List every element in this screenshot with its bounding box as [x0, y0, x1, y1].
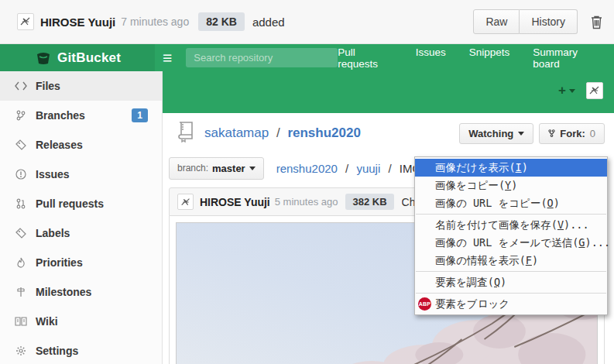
commit-time: 5 minutes ago	[275, 196, 338, 208]
file-size-badge: 82 KB	[198, 12, 245, 31]
breadcrumb-separator: /	[388, 162, 391, 175]
nav-snippets[interactable]: Snippets	[469, 46, 510, 70]
add-dropdown-button[interactable]: +	[558, 83, 575, 98]
repo-title: sakatamap / renshu2020	[204, 125, 361, 141]
branches-count-badge: 1	[132, 108, 148, 122]
branch-icon	[14, 110, 28, 121]
trash-icon	[590, 15, 603, 29]
sidebar-label: Milestones	[36, 286, 91, 298]
code-icon	[14, 81, 28, 91]
watching-dropdown[interactable]: Watching	[459, 123, 533, 144]
milestone-icon	[14, 287, 28, 297]
branch-name: master	[212, 163, 245, 174]
commit-message: added	[252, 15, 285, 29]
fork-button[interactable]: Fork: 0	[539, 123, 605, 144]
flame-icon	[14, 257, 28, 268]
repo-separator: /	[276, 125, 280, 140]
caret-down-icon	[569, 89, 575, 93]
fork-icon	[548, 129, 555, 138]
brand-block[interactable]: GitBucket	[0, 44, 155, 71]
gear-icon	[14, 345, 28, 356]
watching-label: Watching	[468, 128, 513, 139]
sidebar-label: Priorities	[36, 256, 83, 269]
branch-prefix: branch:	[177, 163, 208, 173]
repo-owner-link[interactable]: sakatamap	[204, 125, 269, 140]
menu-copy-image[interactable]: 画像をコピー(Y)	[415, 177, 607, 194]
search-input[interactable]	[186, 48, 338, 67]
file-actions-group: Raw History	[473, 9, 578, 34]
sidebar-item-pull-requests[interactable]: Pull requests	[0, 189, 162, 218]
sidebar-label: Settings	[36, 345, 78, 357]
sidebar-item-wiki[interactable]: Wiki	[0, 307, 162, 336]
menu-block-element[interactable]: ABP 要素をブロック	[415, 295, 607, 313]
hamburger-menu-icon[interactable]: ≡	[163, 50, 172, 66]
nav-issues[interactable]: Issues	[416, 46, 446, 70]
issue-icon	[14, 169, 28, 180]
menu-inspect-element[interactable]: 要素を調査(Q)	[415, 273, 607, 291]
tag-icon	[14, 139, 28, 150]
commit-time: 7 minutes ago	[121, 15, 189, 28]
commit-author: HIROSE Yuuji	[40, 15, 115, 29]
repo-icon	[177, 121, 195, 146]
user-avatar[interactable]	[586, 82, 603, 99]
repo-sidebar: Files Branches 1 Releases Issues Pull	[0, 71, 163, 364]
pull-request-icon	[14, 198, 28, 209]
label-icon	[14, 228, 28, 239]
brand-name: GitBucket	[57, 50, 121, 66]
sidebar-label: Pull requests	[36, 197, 104, 210]
menu-separator	[416, 293, 606, 294]
fork-count: 0	[590, 128, 595, 139]
sidebar-label: Issues	[36, 168, 70, 180]
menu-email-image-url[interactable]: 画像の URL をメールで送信(G)...	[415, 234, 607, 252]
book-icon	[14, 317, 28, 326]
menu-view-image-info[interactable]: 画像の情報を表示(F)	[415, 252, 607, 270]
breadcrumb-repo[interactable]: renshu2020	[276, 162, 338, 175]
file-action-bar: HIROSE Yuuji 7 minutes ago 82 KB added R…	[0, 0, 614, 44]
sidebar-item-milestones[interactable]: Milestones	[0, 277, 162, 307]
sidebar-item-branches[interactable]: Branches 1	[0, 101, 162, 130]
sidebar-item-priorities[interactable]: Priorities	[0, 248, 162, 277]
sidebar-item-files[interactable]: Files	[0, 71, 162, 101]
raw-button[interactable]: Raw	[473, 9, 520, 34]
sidebar-label: Wiki	[36, 315, 58, 328]
bird-avatar-icon	[19, 15, 33, 29]
plus-icon: +	[558, 83, 566, 98]
menu-save-image-as[interactable]: 名前を付けて画像を保存(V)...	[415, 216, 607, 234]
menu-separator	[416, 271, 606, 272]
author-avatar	[17, 13, 34, 30]
image-context-menu: 画像だけを表示(I) 画像をコピー(Y) 画像の URL をコピー(O) 名前を…	[414, 156, 608, 315]
sidebar-item-settings[interactable]: Settings	[0, 336, 162, 364]
history-button[interactable]: History	[520, 9, 578, 34]
delete-file-button[interactable]	[590, 15, 603, 29]
nav-pull-requests[interactable]: Pull requests	[338, 46, 392, 70]
bird-avatar-icon	[180, 196, 192, 208]
menu-copy-image-url[interactable]: 画像の URL をコピー(O)	[415, 194, 607, 212]
sidebar-label: Branches	[36, 109, 85, 122]
adblock-plus-icon: ABP	[418, 297, 431, 311]
sidebar-item-releases[interactable]: Releases	[0, 130, 162, 160]
caret-down-icon	[518, 132, 524, 136]
nav-summary-board[interactable]: Summary board	[533, 46, 600, 70]
file-size-badge: 382 KB	[345, 194, 393, 210]
repo-name-link[interactable]: renshu2020	[287, 125, 361, 140]
caret-down-icon	[249, 167, 256, 170]
fork-label: Fork:	[560, 128, 585, 139]
main-navbar: GitBucket ≡ Pull requests Issues Snippet…	[0, 44, 614, 71]
gitbucket-logo-icon	[36, 51, 51, 65]
menu-view-image[interactable]: 画像だけを表示(I)	[415, 159, 607, 177]
commit-author: HIROSE Yuuji	[200, 196, 270, 208]
breadcrumb-dir[interactable]: yuuji	[356, 162, 380, 175]
sidebar-item-issues[interactable]: Issues	[0, 160, 162, 189]
author-avatar	[177, 194, 194, 210]
sidebar-label: Releases	[36, 139, 83, 151]
branch-selector[interactable]: branch: master	[169, 157, 264, 180]
sidebar-label: Labels	[36, 227, 70, 239]
menu-separator	[416, 214, 606, 215]
sidebar-label: Files	[36, 80, 60, 92]
sidebar-item-labels[interactable]: Labels	[0, 218, 162, 248]
breadcrumb-separator: /	[345, 162, 348, 175]
bird-avatar-icon	[588, 84, 602, 98]
